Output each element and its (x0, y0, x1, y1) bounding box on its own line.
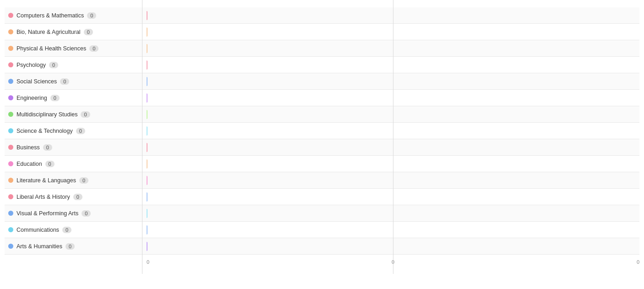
bar-track (147, 106, 639, 122)
bar-row: Liberal Arts & History0 (5, 189, 639, 205)
bar-fill (147, 110, 147, 119)
label-area: Science & Technology0 (5, 123, 147, 139)
bar-fill (147, 44, 147, 53)
bar-label: Bio, Nature & Agricultural (16, 29, 81, 35)
label-pill: Communications0 (5, 225, 74, 234)
bar-row: Physical & Health Sciences0 (5, 40, 639, 57)
bar-row: Education0 (5, 156, 639, 172)
x-axis: 000 (5, 256, 639, 268)
dot-icon (8, 244, 13, 249)
label-area: Liberal Arts & History0 (5, 189, 147, 205)
label-pill: Science & Technology0 (5, 126, 88, 136)
bar-track (147, 189, 639, 205)
label-pill: Arts & Humanities0 (5, 242, 77, 251)
label-area: Visual & Performing Arts0 (5, 205, 147, 221)
bar-label: Computers & Mathematics (16, 12, 84, 19)
value-badge: 0 (73, 194, 82, 200)
dot-icon (8, 194, 13, 199)
bar-fill (147, 60, 147, 70)
bar-track (147, 90, 639, 106)
bar-fill (147, 192, 147, 202)
label-area: Physical & Health Sciences0 (5, 40, 147, 56)
dot-icon (8, 128, 13, 133)
value-badge: 0 (62, 227, 71, 233)
bar-track (147, 139, 639, 155)
chart-container: Computers & Mathematics0Bio, Nature & Ag… (0, 0, 644, 287)
bar-fill (147, 176, 147, 185)
value-badge: 0 (84, 29, 93, 35)
bar-track (147, 172, 639, 188)
label-area: Education0 (5, 156, 147, 172)
bar-track (147, 205, 639, 221)
bar-row: Bio, Nature & Agricultural0 (5, 24, 639, 40)
dot-icon (8, 178, 13, 183)
label-pill: Business0 (5, 143, 55, 152)
dot-icon (8, 46, 13, 51)
label-pill: Visual & Performing Arts0 (5, 209, 93, 218)
value-badge: 0 (65, 243, 75, 250)
label-pill: Social Sciences0 (5, 77, 72, 86)
value-badge: 0 (60, 78, 69, 85)
bar-track (147, 222, 639, 238)
bar-row: Literature & Languages0 (5, 172, 639, 189)
label-area: Bio, Nature & Agricultural0 (5, 24, 147, 40)
bar-fill (147, 143, 147, 152)
x-axis-label: 0 (147, 259, 311, 265)
bar-row: Business0 (5, 139, 639, 156)
label-pill: Multidisciplinary Studies0 (5, 110, 93, 119)
bar-row: Psychology0 (5, 57, 639, 73)
label-area: Engineering0 (5, 90, 147, 106)
label-pill: Literature & Languages0 (5, 176, 91, 185)
label-area: Multidisciplinary Studies0 (5, 106, 147, 122)
bar-label: Literature & Languages (16, 177, 76, 184)
label-area: Arts & Humanities0 (5, 238, 147, 254)
dot-icon (8, 62, 13, 67)
value-badge: 0 (45, 161, 55, 167)
bar-track (147, 123, 639, 139)
chart-area: Computers & Mathematics0Bio, Nature & Ag… (5, 7, 639, 255)
dot-icon (8, 145, 13, 150)
bar-row: Social Sciences0 (5, 73, 639, 90)
label-pill: Engineering0 (5, 93, 62, 103)
bar-track (147, 156, 639, 172)
bar-row: Engineering0 (5, 90, 639, 106)
value-badge: 0 (87, 12, 96, 19)
dot-icon (8, 95, 13, 100)
value-badge: 0 (89, 45, 98, 52)
label-pill: Bio, Nature & Agricultural0 (5, 27, 96, 37)
bar-row: Arts & Humanities0 (5, 238, 639, 255)
label-pill: Liberal Arts & History0 (5, 192, 85, 202)
label-area: Business0 (5, 139, 147, 155)
bar-label: Physical & Health Sciences (16, 45, 86, 52)
bar-fill (147, 225, 147, 234)
bar-label: Business (16, 144, 40, 151)
bar-row: Computers & Mathematics0 (5, 7, 639, 24)
bar-row: Multidisciplinary Studies0 (5, 106, 639, 123)
dot-icon (8, 161, 13, 166)
bar-label: Arts & Humanities (16, 243, 62, 250)
value-badge: 0 (76, 128, 85, 134)
label-pill: Psychology0 (5, 60, 61, 70)
bar-fill (147, 77, 147, 86)
label-area: Social Sciences0 (5, 73, 147, 89)
bar-fill (147, 11, 147, 20)
bar-fill (147, 242, 147, 251)
dot-icon (8, 227, 13, 232)
bar-track (147, 40, 639, 56)
dot-icon (8, 13, 13, 18)
value-badge: 0 (49, 62, 58, 68)
bar-label: Visual & Performing Arts (16, 210, 78, 217)
bar-track (147, 24, 639, 40)
label-pill: Education0 (5, 159, 57, 169)
bar-label: Social Sciences (16, 78, 57, 85)
x-axis-label: 0 (311, 259, 475, 265)
bar-label: Engineering (16, 95, 47, 101)
bar-track (147, 57, 639, 73)
bar-label: Psychology (16, 62, 46, 68)
bar-fill (147, 159, 147, 169)
value-badge: 0 (82, 210, 91, 217)
value-badge: 0 (81, 111, 90, 118)
bar-track (147, 7, 639, 23)
label-pill: Computers & Mathematics0 (5, 11, 99, 20)
x-axis-label: 0 (475, 259, 639, 265)
